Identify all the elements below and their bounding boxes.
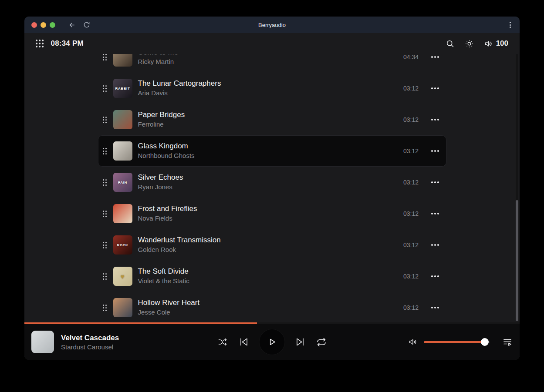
track-title: Frost and Fireflies — [138, 204, 197, 214]
brightness-icon[interactable] — [465, 39, 474, 48]
track-row[interactable]: RABBIT The Lunar Cartographers Aria Davi… — [98, 73, 446, 104]
track-title: Paper Bridges — [138, 110, 185, 120]
track-menu-icon[interactable] — [430, 303, 440, 312]
album-art-label: PAIN — [118, 181, 127, 184]
next-track-icon[interactable] — [294, 336, 306, 348]
track-menu-icon[interactable] — [430, 115, 440, 124]
app-grid-icon[interactable] — [36, 40, 44, 47]
player-volume-icon[interactable] — [408, 337, 418, 347]
drag-handle-icon[interactable] — [102, 84, 108, 93]
track-list-viewport: Come to Me Ricky Martin 04:34 RABBIT The… — [24, 54, 520, 322]
drag-handle-icon[interactable] — [102, 116, 108, 124]
album-art — [113, 204, 132, 223]
track-artist: Northbound Ghosts — [138, 151, 195, 160]
track-title: The Lunar Cartographers — [138, 79, 221, 88]
album-art: RABBIT — [113, 79, 132, 98]
track-menu-icon[interactable] — [430, 54, 440, 61]
close-window-button[interactable] — [31, 22, 37, 28]
drag-handle-icon[interactable] — [102, 304, 108, 312]
volume-icon — [484, 39, 493, 48]
scrollbar-track[interactable] — [516, 54, 518, 321]
refresh-icon[interactable] — [83, 21, 90, 28]
album-art — [113, 54, 132, 67]
now-playing-title: Velvet Cascades — [61, 334, 119, 342]
track-duration: 03:12 — [403, 273, 419, 280]
album-art: ROCK — [113, 235, 132, 255]
search-icon[interactable] — [446, 39, 455, 48]
album-art — [113, 110, 132, 129]
drag-handle-icon[interactable] — [102, 147, 108, 155]
track-artist: Ryan Jones — [138, 183, 183, 191]
volume-slider-knob[interactable] — [481, 338, 489, 346]
track-title: The Soft Divide — [138, 267, 189, 276]
player-bar: Velvet Cascades Stardust Carousel — [24, 322, 520, 360]
browser-menu-icon[interactable] — [508, 20, 513, 30]
track-row[interactable]: Come to Me Ricky Martin 04:34 — [98, 54, 446, 73]
track-duration: 03:12 — [403, 116, 419, 123]
track-artist: Golden Rook — [138, 245, 221, 254]
now-playing-artist: Stardust Carousel — [61, 343, 119, 351]
track-duration: 04:34 — [403, 54, 419, 60]
track-title: Hollow River Heart — [138, 298, 200, 308]
track-menu-icon[interactable] — [430, 241, 440, 249]
track-title: Silver Echoes — [138, 173, 183, 182]
app-window: Berryaudio 08:34 PM 100 — [24, 17, 520, 360]
queue-icon[interactable] — [502, 337, 513, 347]
album-art-label: ♥ — [121, 273, 125, 280]
track-row[interactable]: Frost and Fireflies Nova Fields 03:12 — [98, 198, 446, 229]
volume-slider-fill — [424, 341, 485, 343]
drag-handle-icon[interactable] — [102, 178, 108, 187]
track-artist: Jesse Cole — [138, 308, 200, 317]
track-row[interactable]: Hollow River Heart Jesse Cole 03:12 — [98, 292, 446, 322]
track-row[interactable]: Paper Bridges Ferroline 03:12 — [98, 104, 446, 135]
player-album-art — [31, 331, 54, 353]
track-list: Come to Me Ricky Martin 04:34 RABBIT The… — [98, 54, 446, 322]
play-button[interactable] — [259, 329, 284, 355]
track-menu-icon[interactable] — [430, 178, 440, 187]
traffic-lights — [31, 22, 55, 28]
track-title: Glass Kingdom — [138, 141, 195, 151]
track-artist: Ferroline — [138, 120, 185, 129]
repeat-icon[interactable] — [316, 337, 327, 348]
album-art — [113, 298, 132, 317]
play-icon — [266, 336, 277, 348]
track-artist: Ricky Martin — [138, 57, 179, 66]
drag-handle-icon[interactable] — [102, 210, 108, 218]
track-artist: Violet & the Static — [138, 277, 189, 285]
album-art: PAIN — [113, 173, 132, 192]
track-menu-icon[interactable] — [430, 84, 440, 93]
track-artist: Aria Davis — [138, 89, 221, 97]
window-titlebar: Berryaudio — [24, 17, 520, 33]
track-menu-icon[interactable] — [430, 209, 440, 218]
track-title: Come to Me — [138, 54, 179, 57]
track-row[interactable]: ♥ The Soft Divide Violet & the Static 03… — [98, 261, 446, 292]
minimize-window-button[interactable] — [41, 22, 46, 28]
volume-slider[interactable] — [424, 341, 490, 343]
drag-handle-icon[interactable] — [102, 241, 108, 249]
track-menu-icon[interactable] — [430, 147, 440, 155]
track-duration: 03:12 — [403, 179, 419, 186]
album-art: ♥ — [113, 267, 132, 286]
shuffle-icon[interactable] — [217, 337, 228, 347]
track-title: Wanderlust Transmission — [138, 235, 221, 245]
zoom-window-button[interactable] — [50, 22, 55, 28]
track-row[interactable]: ROCK Wanderlust Transmission Golden Rook… — [98, 229, 446, 261]
track-artist: Nova Fields — [138, 214, 197, 223]
drag-handle-icon[interactable] — [102, 272, 108, 281]
app-body: 08:34 PM 100 Come — [24, 33, 520, 360]
scrollbar-thumb[interactable] — [516, 200, 518, 321]
track-row[interactable]: Glass Kingdom Northbound Ghosts 03:12 — [98, 135, 446, 167]
track-duration: 03:12 — [403, 210, 419, 217]
previous-track-icon[interactable] — [238, 336, 249, 348]
clock-label: 08:34 PM — [51, 39, 84, 48]
header-volume-control[interactable]: 100 — [484, 39, 508, 48]
track-duration: 03:12 — [403, 304, 419, 311]
back-icon[interactable] — [68, 21, 76, 29]
track-duration: 03:12 — [403, 147, 419, 154]
drag-handle-icon[interactable] — [102, 54, 108, 61]
track-row[interactable]: PAIN Silver Echoes Ryan Jones 03:12 — [98, 167, 446, 198]
window-title: Berryaudio — [258, 22, 286, 28]
track-menu-icon[interactable] — [430, 272, 440, 281]
album-art-label: RABBIT — [115, 87, 130, 90]
track-duration: 03:12 — [403, 241, 419, 248]
